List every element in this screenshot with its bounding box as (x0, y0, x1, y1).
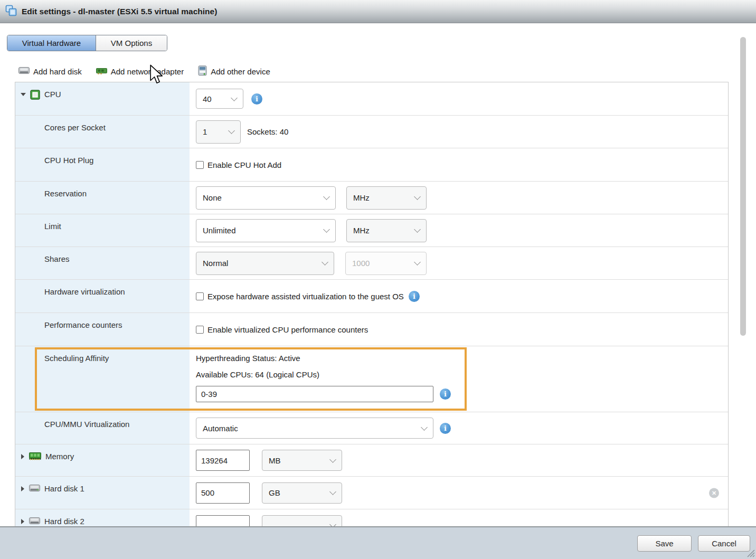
info-icon[interactable]: i (440, 423, 451, 434)
row-label: Limit (44, 222, 61, 231)
dropdown-value: Normal (203, 259, 228, 268)
add-network-adapter-button[interactable]: Add network adapter (96, 67, 184, 77)
chevron-down-icon (322, 259, 328, 266)
hard-disk-1-size-input[interactable] (196, 482, 250, 504)
row-cpu-hot-plug: CPU Hot Plug Enable CPU Hot Add (15, 148, 728, 182)
row-hard-disk-2: Hard disk 2 (15, 509, 728, 526)
device-toolbar: Add hard disk Add network adapter Add ot… (18, 63, 270, 80)
dropdown-value: MHz (353, 226, 370, 235)
info-icon[interactable]: i (440, 389, 451, 400)
cancel-button[interactable]: Cancel (698, 535, 750, 552)
vertical-scrollbar-thumb[interactable] (740, 37, 746, 336)
tab-bar: Virtual Hardware VM Options (7, 35, 167, 51)
row-label: CPU (44, 90, 61, 99)
row-label: Shares (44, 254, 70, 264)
vm-icon (5, 5, 17, 18)
row-hard-disk-1: Hard disk 1 GB ✕ (15, 477, 728, 509)
toolbar-button-label: Add network adapter (111, 67, 184, 76)
chevron-down-icon (323, 193, 330, 200)
scheduling-affinity-input[interactable] (196, 386, 433, 402)
row-label: CPU/MMU Virtualization (44, 420, 129, 429)
resize-grip[interactable] (745, 549, 755, 559)
row-cpu-mmu-virtualization: CPU/MMU Virtualization Automatic i (15, 412, 728, 444)
limit-value-dropdown[interactable]: Unlimited (196, 219, 336, 242)
virtual-hardware-table: CPU 40 i Cores per Socket 1 Sockets: 40 … (15, 82, 729, 526)
expand-arrow-icon[interactable] (21, 454, 24, 459)
hard-disk-1-unit-dropdown[interactable]: GB (262, 482, 342, 504)
row-performance-counters: Performance counters Enable virtualized … (15, 313, 728, 346)
checkbox-label: Enable virtualized CPU performance count… (207, 325, 368, 334)
cpu-count-dropdown[interactable]: 40 (196, 89, 243, 109)
memory-size-input[interactable] (196, 450, 250, 471)
shares-amount-dropdown: 1000 (345, 252, 427, 275)
chevron-down-icon (329, 456, 336, 463)
row-cpu: CPU 40 i (15, 82, 728, 116)
info-icon[interactable]: i (409, 291, 420, 302)
dropdown-value: GB (269, 488, 280, 497)
row-memory: Memory MB (15, 444, 728, 477)
row-label: Hardware virtualization (44, 287, 125, 297)
mouse-cursor (150, 64, 165, 88)
row-label: CPU Hot Plug (44, 156, 93, 165)
dialog-title: Edit settings - dl-master (ESXi 5.5 virt… (22, 7, 217, 16)
network-adapter-icon (96, 67, 107, 77)
chevron-down-icon (414, 259, 421, 266)
row-limit: Limit Unlimited MHz (15, 214, 728, 247)
add-hard-disk-button[interactable]: Add hard disk (18, 67, 82, 77)
cores-per-socket-dropdown[interactable]: 1 (196, 120, 241, 144)
enable-virtualized-cpu-counters-checkbox[interactable] (196, 326, 204, 334)
cpu-mmu-virtualization-dropdown[interactable]: Automatic (196, 418, 433, 439)
row-label: Memory (45, 452, 74, 461)
tab-vm-options[interactable]: VM Options (96, 35, 167, 51)
toolbar-button-label: Add hard disk (33, 67, 82, 76)
add-other-device-button[interactable]: Add other device (198, 65, 270, 78)
chevron-down-icon (329, 488, 336, 495)
row-reservation: Reservation None MHz (15, 182, 728, 214)
checkbox-label: Enable CPU Hot Add (207, 160, 281, 169)
other-device-icon (198, 65, 207, 78)
remove-icon[interactable]: ✕ (709, 488, 719, 498)
hard-disk-icon (18, 67, 30, 77)
hard-disk-icon (29, 517, 40, 525)
chevron-down-icon (231, 94, 238, 101)
dropdown-value: 40 (203, 94, 212, 103)
hyperthreading-status-text: Hyperthreading Status: Active (196, 354, 728, 363)
save-button[interactable]: Save (637, 535, 692, 552)
collapse-arrow-icon[interactable] (21, 93, 26, 96)
reservation-unit-dropdown[interactable]: MHz (346, 186, 427, 210)
row-label: Scheduling Affinity (44, 354, 109, 363)
chevron-down-icon (228, 127, 235, 134)
info-icon[interactable]: i (251, 93, 262, 105)
chevron-down-icon (323, 226, 330, 233)
memory-icon (29, 452, 41, 460)
dropdown-value: MB (269, 456, 281, 465)
limit-unit-dropdown[interactable]: MHz (346, 219, 427, 242)
tab-virtual-hardware[interactable]: Virtual Hardware (7, 35, 96, 51)
expose-hw-virtualization-checkbox[interactable] (196, 292, 204, 300)
shares-level-dropdown[interactable]: Normal (196, 252, 334, 275)
expand-arrow-icon[interactable] (21, 519, 24, 524)
dialog-titlebar: Edit settings - dl-master (ESXi 5.5 virt… (0, 0, 756, 23)
cpu-icon (30, 90, 40, 100)
chevron-down-icon (414, 226, 421, 233)
hard-disk-2-unit-dropdown[interactable] (262, 515, 342, 527)
dialog-footer: Save Cancel (0, 527, 756, 559)
dropdown-value: 1000 (352, 259, 370, 268)
hard-disk-2-size-input[interactable] (196, 515, 250, 527)
reservation-value-dropdown[interactable]: None (196, 186, 336, 210)
row-label: Cores per Socket (44, 123, 106, 132)
row-label: Hard disk 1 (44, 484, 84, 494)
row-label: Hard disk 2 (44, 517, 84, 526)
chevron-down-icon (414, 193, 421, 200)
checkbox-label: Expose hardware assisted virtualization … (207, 292, 404, 301)
chevron-down-icon (421, 424, 428, 431)
row-shares: Shares Normal 1000 (15, 247, 728, 280)
expand-arrow-icon[interactable] (21, 486, 24, 491)
dropdown-value: MHz (353, 193, 370, 202)
toolbar-button-label: Add other device (211, 67, 270, 76)
dropdown-value: Automatic (203, 424, 238, 433)
memory-unit-dropdown[interactable]: MB (262, 450, 342, 471)
enable-cpu-hot-add-checkbox[interactable] (196, 161, 204, 169)
row-cores-per-socket: Cores per Socket 1 Sockets: 40 (15, 116, 728, 148)
row-label: Performance counters (44, 320, 122, 330)
